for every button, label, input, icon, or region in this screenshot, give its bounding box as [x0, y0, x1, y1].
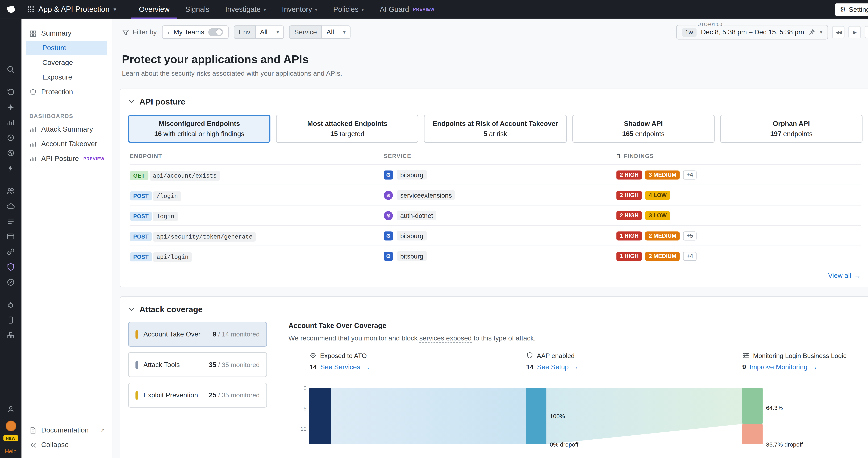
sidebar-item-api-posture[interactable]: API Posture PREVIEW: [22, 151, 112, 166]
sidebar-item-attack-summary[interactable]: Attack Summary: [22, 122, 112, 136]
list-item-attack-tools[interactable]: Attack Tools 35 / 35 monitored: [128, 352, 267, 377]
column-header-service[interactable]: SERVICE: [384, 153, 616, 159]
ato-target-icon: [309, 352, 317, 359]
card-most-attacked-endpoints[interactable]: Most attacked Endpoints 15targeted: [276, 115, 418, 143]
funnel-bar-monitored[interactable]: [742, 388, 763, 424]
chevron-down-icon: ▾: [362, 6, 364, 12]
service-name[interactable]: bitsburg: [397, 251, 427, 261]
tab-ai-guard[interactable]: AI GuardPREVIEW: [372, 0, 442, 19]
endpoint-path: api/security/token/generate: [153, 232, 256, 242]
severity-badge-low: 3 LOW: [646, 211, 670, 220]
more-findings-badge[interactable]: +5: [683, 231, 696, 240]
error-tracking-icon[interactable]: [0, 297, 22, 312]
card-endpoints-at-risk-ato[interactable]: Endpoints at Risk of Account Takeover 5a…: [424, 115, 566, 143]
table-row[interactable]: POSTlogin ⊕auth-dotnet 2 HIGH3 LOW: [130, 205, 861, 225]
service-icon-bitsburg: ⚙: [384, 251, 393, 261]
rum-icon[interactable]: [0, 228, 22, 244]
tab-inventory[interactable]: Inventory▾: [274, 0, 325, 19]
funnel-flow-2: [547, 388, 742, 444]
external-link-icon: ↗: [100, 427, 105, 433]
improve-monitoring-link[interactable]: Improve Monitoring: [749, 363, 807, 371]
sidebar-item-account-takeover[interactable]: Account Takeover: [22, 136, 112, 151]
gear-icon: ⚙: [840, 6, 846, 13]
card-shadow-api[interactable]: Shadow API 165endpoints: [572, 115, 715, 143]
service-management-icon[interactable]: [0, 274, 22, 289]
table-row[interactable]: POSTapi/login ⚙bitsburg 1 HIGH2 MEDIUM+4: [130, 245, 861, 266]
datadog-logo[interactable]: [0, 0, 22, 19]
infrastructure-icon[interactable]: [0, 198, 22, 213]
history-icon[interactable]: [0, 84, 22, 99]
column-header-endpoint[interactable]: ENDPOINT: [130, 153, 384, 159]
funnel-bar-exposed[interactable]: [309, 388, 331, 444]
list-item-account-take-over[interactable]: Account Take Over 9 / 14 monitored: [128, 322, 267, 346]
list-item-exploit-prevention[interactable]: Exploit Prevention 25 / 35 monitored: [128, 383, 267, 408]
collapse-section-button[interactable]: [128, 306, 135, 313]
see-setup-link[interactable]: See Setup: [537, 363, 568, 371]
more-findings-badge[interactable]: +4: [683, 170, 696, 179]
account-icon[interactable]: [0, 401, 22, 417]
sidebar-item-protection[interactable]: Protection: [22, 85, 112, 99]
software-catalog-icon[interactable]: [0, 328, 22, 343]
sidebar-collapse-button[interactable]: Collapse: [22, 437, 112, 452]
tab-policies[interactable]: Policies▾: [325, 0, 372, 19]
funnel-bar-dropoff[interactable]: [742, 424, 763, 444]
search-icon[interactable]: [0, 61, 22, 77]
sidebar-item-posture[interactable]: Posture: [26, 41, 107, 55]
ci-pipelines-icon[interactable]: [0, 244, 22, 259]
monitors-icon[interactable]: [0, 130, 22, 145]
table-row[interactable]: POSTapi/security/token/generate ⚙bitsbur…: [130, 225, 861, 245]
funnel-stats: Exposed to ATO 14See Services→ AAP enabl…: [288, 352, 863, 378]
chevron-down-icon: ▾: [315, 6, 317, 12]
time-forward-button[interactable]: ▶▶: [865, 26, 868, 38]
tab-signals[interactable]: Signals: [178, 0, 217, 19]
product-switcher[interactable]: App & API Protection ▾: [27, 5, 116, 13]
pin-icon[interactable]: [809, 29, 815, 36]
more-findings-badge[interactable]: +4: [683, 251, 696, 261]
tab-investigate[interactable]: Investigate▾: [217, 0, 274, 19]
my-teams-toggle[interactable]: [208, 28, 223, 36]
integrations-icon[interactable]: [0, 160, 22, 176]
env-value: All: [260, 28, 267, 36]
time-backward-button[interactable]: ◀◀: [832, 26, 844, 38]
metrics-icon[interactable]: [0, 115, 22, 130]
service-name[interactable]: auth-dotnet: [397, 211, 436, 220]
service-name[interactable]: bitsburg: [397, 170, 427, 180]
watchdog-icon[interactable]: [0, 99, 22, 115]
table-row[interactable]: GETapi/account/exists ⚙bitsburg 2 HIGH3 …: [130, 164, 861, 185]
chevron-down-icon: ▾: [343, 29, 346, 35]
apm-icon[interactable]: [0, 145, 22, 160]
logs-icon[interactable]: [0, 213, 22, 228]
sidebar-item-exposure[interactable]: Exposure: [22, 70, 112, 85]
severity-badge-high: 1 HIGH: [616, 231, 642, 240]
teams-icon[interactable]: [0, 183, 22, 198]
severity-badge-medium: 2 MEDIUM: [646, 231, 680, 240]
collapse-section-button[interactable]: [128, 98, 135, 105]
env-filter[interactable]: Env All▾: [234, 25, 284, 39]
column-header-findings[interactable]: ⇅FINDINGS: [616, 153, 861, 159]
table-row[interactable]: POST/login ⊕serviceextensions 2 HIGH4 LO…: [130, 185, 861, 205]
help-link[interactable]: Help: [5, 448, 17, 455]
service-filter[interactable]: Service All▾: [289, 25, 351, 39]
see-services-link[interactable]: See Services: [320, 363, 360, 371]
service-name[interactable]: bitsburg: [397, 231, 427, 241]
tab-overview[interactable]: Overview: [131, 0, 178, 19]
card-orphan-api[interactable]: Orphan API 197endpoints: [720, 115, 863, 143]
card-misconfigured-endpoints[interactable]: Misconfigured Endpoints 16with critical …: [128, 115, 271, 143]
time-play-button[interactable]: ▶: [848, 26, 861, 38]
service-name[interactable]: serviceextensions: [397, 190, 455, 200]
mobile-app-icon[interactable]: [0, 312, 22, 328]
funnel-bar-enabled[interactable]: [526, 388, 546, 444]
range-shortcut-chip[interactable]: 1w: [682, 28, 696, 36]
time-range-picker[interactable]: UTC+01:00 1w Dec 8, 5:38 pm – Dec 15, 5:…: [676, 25, 828, 39]
settings-button[interactable]: ⚙ Settings: [835, 3, 868, 16]
preview-badge: PREVIEW: [413, 7, 435, 12]
service-icon-bitsburg: ⚙: [384, 231, 393, 240]
view-all-link[interactable]: View all: [828, 272, 851, 279]
sidebar-item-coverage[interactable]: Coverage: [22, 55, 112, 70]
user-avatar[interactable]: [5, 421, 16, 431]
services-exposed-term[interactable]: services exposed: [420, 334, 472, 343]
sidebar-item-summary[interactable]: Summary: [22, 26, 112, 41]
security-shield-icon[interactable]: [0, 259, 22, 274]
my-teams-filter[interactable]: › My Teams: [162, 25, 228, 39]
sidebar-documentation-link[interactable]: Documentation ↗: [22, 423, 112, 437]
